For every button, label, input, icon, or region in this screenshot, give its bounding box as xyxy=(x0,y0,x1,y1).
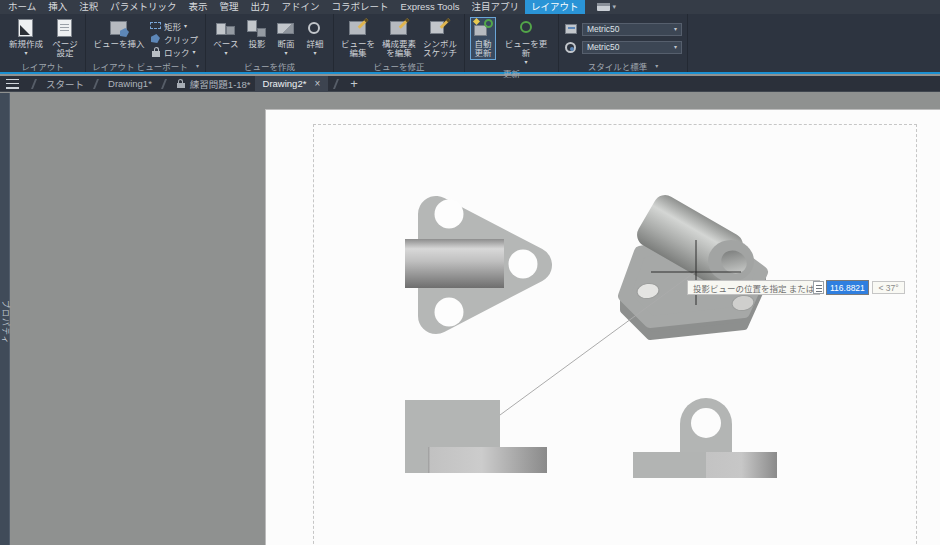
projected-view-label: 投影 xyxy=(248,40,265,49)
insert-view-label: ビューを挿入 xyxy=(93,40,144,49)
drawn-view-side[interactable] xyxy=(633,398,777,478)
dropdown-icon: ▾ xyxy=(184,23,187,29)
menu-tab-addins[interactable]: アドイン xyxy=(276,0,326,14)
chevron-down-icon: ▾ xyxy=(613,0,617,14)
file-tab-drawing2-label: Drawing2* xyxy=(263,78,307,89)
command-prompt-tooltip: 投影ビューの位置を指定 または xyxy=(687,280,820,295)
dynamic-input-options-icon[interactable] xyxy=(813,281,824,294)
properties-palette-tab[interactable]: プロパティ xyxy=(0,93,10,545)
dropdown-icon: ▾ xyxy=(24,50,27,56)
menu-tab-insert[interactable]: 挿入 xyxy=(42,0,73,14)
edit-view-icon xyxy=(347,19,369,38)
annotation-style-value: Metric50 xyxy=(587,42,620,52)
tab-separator xyxy=(93,79,99,89)
update-view-button[interactable]: ビューを更新 ▾ xyxy=(499,17,553,67)
ribbon-group-layout-viewports: ビューを挿入 矩形 ▾ クリップ ロック ▾ xyxy=(86,14,206,72)
menu-tab-manage[interactable]: 管理 xyxy=(213,0,244,14)
projected-view-icon xyxy=(246,19,268,38)
distance-input[interactable]: 116.8821 xyxy=(826,280,869,295)
clip-viewport-label: クリップ xyxy=(164,33,198,45)
drawn-view-top[interactable] xyxy=(405,400,547,473)
menu-tab-layout[interactable]: レイアウト xyxy=(525,0,585,14)
autocad-window: ホーム 挿入 注釈 パラメトリック 表示 管理 出力 アドイン コラボレート E… xyxy=(0,0,940,545)
new-layout-icon xyxy=(15,19,37,38)
ribbon-group-create-view: ベース ▾ 投影 断面 ▾ 詳細 ▾ xyxy=(206,14,334,72)
lock-icon xyxy=(150,47,161,56)
tab-separator xyxy=(31,79,37,89)
update-view-icon xyxy=(515,19,537,38)
ribbon-group-modify-view: ビューを編集 構成要素を編集 シンボルスケッチ ビューを修正 xyxy=(334,14,465,72)
drawn-view-isometric[interactable] xyxy=(624,191,762,336)
page-setup-button[interactable]: ページ設定 xyxy=(50,17,80,60)
edit-view-label: ビューを編集 xyxy=(341,40,375,58)
new-layout-label: 新規作成 xyxy=(9,40,43,49)
ribbon-display-toggle[interactable]: ▾ xyxy=(597,0,617,14)
edit-view-button[interactable]: ビューを編集 xyxy=(339,17,377,60)
file-tab-exercise-label: 練習問題1-18* xyxy=(190,77,251,91)
drawn-view-front[interactable] xyxy=(405,200,538,327)
edit-component-button[interactable]: 構成要素を編集 xyxy=(380,17,418,60)
clip-viewport-button[interactable]: クリップ xyxy=(150,32,198,45)
dropdown-icon: ▾ xyxy=(284,50,287,56)
menu-tab-output[interactable]: 出力 xyxy=(245,0,276,14)
projected-view-button[interactable]: 投影 xyxy=(244,17,270,51)
group-label-styles: スタイルと標準 ▾ xyxy=(559,59,687,72)
detail-view-label: 詳細 xyxy=(306,40,323,49)
rect-viewport-icon xyxy=(150,21,161,30)
symbol-sketch-button[interactable]: シンボルスケッチ xyxy=(421,17,459,60)
ribbon-group-update: 自動更新 ビューを更新 ▾ 更新 xyxy=(465,14,559,72)
dropdown-icon: ▾ xyxy=(193,49,196,55)
section-view-button[interactable]: 断面 ▾ xyxy=(273,17,299,58)
update-view-label: ビューを更新 xyxy=(501,40,551,58)
base-view-label: ベース xyxy=(213,40,238,49)
base-view-button[interactable]: ベース ▾ xyxy=(211,17,241,58)
lock-icon xyxy=(176,78,186,89)
menu-tab-parametric[interactable]: パラメトリック xyxy=(104,0,182,14)
new-drawing-button[interactable]: + xyxy=(344,76,364,91)
group-label-create-view: ビューを作成 xyxy=(206,59,333,72)
tab-separator xyxy=(333,79,339,89)
hamburger-menu-icon[interactable] xyxy=(6,79,20,89)
menu-tab-express-tools[interactable]: Express Tools xyxy=(395,0,466,14)
edit-component-label: 構成要素を編集 xyxy=(382,40,416,58)
menu-tab-annotate[interactable]: 注釈 xyxy=(73,0,104,14)
auto-update-button[interactable]: 自動更新 xyxy=(470,17,496,60)
ribbon-tab-bar: ホーム 挿入 注釈 パラメトリック 表示 管理 出力 アドイン コラボレート E… xyxy=(0,0,940,14)
detail-view-icon xyxy=(304,19,326,38)
menu-tab-featured-apps[interactable]: 注目アプリ xyxy=(466,0,526,14)
menu-tab-view[interactable]: 表示 xyxy=(182,0,213,14)
close-icon[interactable]: × xyxy=(314,78,320,89)
rect-viewport-button[interactable]: 矩形 ▾ xyxy=(150,19,198,32)
file-tab-start[interactable]: スタート xyxy=(42,76,88,92)
group-label-update: 更新 xyxy=(465,67,558,79)
file-tab-exercise[interactable]: 練習問題1-18* xyxy=(172,76,255,92)
file-tab-drawing1[interactable]: Drawing1* xyxy=(104,76,156,92)
insert-view-icon xyxy=(108,19,130,38)
view-style-select[interactable]: Metric50 ▾ xyxy=(582,23,682,36)
group-label-layout-viewports: レイアウト ビューポート ▾ xyxy=(86,59,205,72)
ribbon-group-layout: 新規作成 ▾ ページ設定 レイアウト xyxy=(0,14,86,72)
panel-launcher-icon[interactable]: ▾ xyxy=(196,62,199,69)
annotation-style-select[interactable]: Metric50 ▾ xyxy=(582,41,682,54)
file-tab-drawing2[interactable]: Drawing2* × xyxy=(255,76,329,92)
view-style-value: Metric50 xyxy=(587,24,620,34)
insert-view-button[interactable]: ビューを挿入 xyxy=(91,17,147,51)
panel-launcher-icon[interactable]: ▾ xyxy=(655,62,658,69)
auto-update-label: 自動更新 xyxy=(472,40,494,58)
lock-viewport-button[interactable]: ロック ▾ xyxy=(150,45,198,58)
section-view-icon xyxy=(275,19,297,38)
menu-tab-home[interactable]: ホーム xyxy=(2,0,42,14)
group-label-layout: レイアウト xyxy=(0,60,85,72)
rect-viewport-label: 矩形 xyxy=(164,20,181,32)
page-setup-label: ページ設定 xyxy=(52,40,78,58)
ribbon-panel-icon xyxy=(597,3,610,11)
auto-update-icon xyxy=(472,19,494,38)
annotation-style-icon xyxy=(564,41,578,54)
new-layout-button[interactable]: 新規作成 ▾ xyxy=(5,17,47,58)
properties-palette-label: プロパティ xyxy=(1,300,12,345)
angle-readout[interactable]: < 37° xyxy=(872,281,905,294)
section-view-label: 断面 xyxy=(277,40,294,49)
base-view-icon xyxy=(215,19,237,38)
detail-view-button[interactable]: 詳細 ▾ xyxy=(302,17,328,58)
menu-tab-collaborate[interactable]: コラボレート xyxy=(326,0,395,14)
